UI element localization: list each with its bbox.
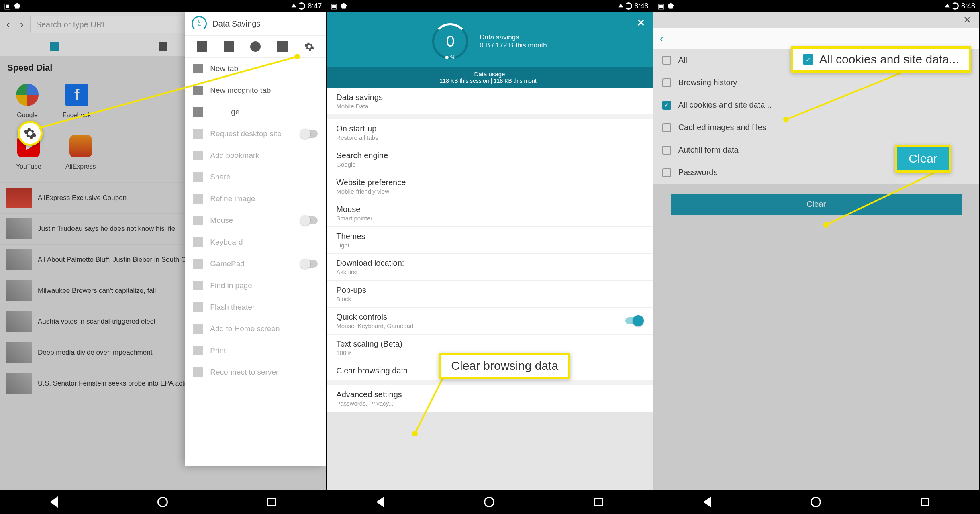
nav-home-button[interactable]	[811, 497, 821, 507]
theater-icon	[193, 302, 203, 312]
android-nav-bar	[0, 490, 326, 514]
wifi-icon	[619, 2, 623, 10]
menu-print: Print	[185, 340, 326, 361]
shield-icon: ⬟	[668, 2, 674, 10]
nav-recent-button[interactable]	[594, 498, 603, 506]
search-icon	[193, 281, 203, 290]
menu-drawer: Data Savings New tab New incognito tab g…	[185, 12, 326, 466]
shield-icon: ⬟	[14, 2, 20, 10]
mouse-icon	[193, 216, 203, 225]
dim-overlay	[653, 12, 979, 490]
close-button[interactable]: ✕	[637, 17, 645, 29]
gear-icon	[23, 126, 37, 140]
incognito-icon	[193, 86, 203, 95]
plus-icon	[193, 64, 203, 73]
loading-icon	[951, 2, 959, 10]
status-bar: ▣ ⬟ 8:47	[0, 0, 326, 12]
setting-website-pref[interactable]: Website preferenceMobile-friendly view	[327, 173, 652, 200]
wifi-icon	[945, 2, 949, 10]
setting-download[interactable]: Download location:Ask first	[327, 254, 652, 281]
shield-icon: ⬟	[341, 2, 347, 10]
menu-incognito[interactable]: New incognito tab	[185, 80, 326, 101]
nav-home-button[interactable]	[157, 497, 168, 507]
data-savings-header: ✕ 0 % Data savings 0 B / 172 B this mont…	[327, 12, 652, 88]
android-nav-bar	[653, 490, 979, 514]
toggle[interactable]	[300, 130, 318, 138]
menu-add-home: Add to Home screen	[185, 318, 326, 340]
print-icon	[193, 346, 203, 355]
nav-back-button[interactable]	[376, 496, 384, 508]
android-nav-bar	[327, 490, 652, 514]
download-icon[interactable]	[277, 41, 288, 52]
menu-refine-image: Refine image	[185, 188, 326, 210]
nav-home-button[interactable]	[484, 497, 494, 507]
menu-mouse: Mouse	[185, 210, 326, 231]
menu-find: Find in page	[185, 275, 326, 296]
menu-share: Share	[185, 166, 326, 188]
loading-icon	[625, 2, 632, 10]
data-savings-label: Data savings	[480, 33, 547, 41]
status-bar: ▣⬟ 8:48	[653, 0, 979, 12]
share-icon	[193, 172, 203, 182]
chevron-right-icon	[193, 107, 203, 117]
screenshot-panel-3: ▣⬟ 8:48 ✕ ‹ All Browsing history All coo…	[653, 0, 980, 514]
toggle-on[interactable]	[625, 317, 643, 324]
menu-flash: Flash theater	[185, 296, 326, 318]
gamepad-icon	[193, 259, 203, 269]
screenshot-panel-2: ▣⬟ 8:48 ✕ 0 % Data savings 0 B / 172 B t…	[327, 0, 653, 514]
setting-search-engine[interactable]: Search engineGoogle	[327, 146, 652, 173]
desktop-icon	[193, 129, 203, 139]
setting-advanced[interactable]: Advanced settingsPasswords, Privacy...	[327, 385, 652, 412]
star-icon	[193, 151, 203, 160]
data-savings-value: 0 B / 172 B this month	[480, 41, 547, 49]
add-home-icon	[193, 324, 203, 334]
svg-point-3	[412, 431, 418, 436]
loading-icon	[298, 2, 305, 10]
setting-startup[interactable]: On start-upRestore all tabs	[327, 119, 652, 146]
setting-quick-controls[interactable]: Quick controlsMouse, Keyboard, Gamepad	[327, 308, 652, 335]
wifi-icon	[292, 2, 296, 10]
nav-recent-button[interactable]	[921, 498, 929, 506]
data-usage-label: Data usage	[331, 71, 648, 78]
data-savings-gauge: 0 %	[432, 23, 468, 59]
menu-add-bookmark: Add bookmark	[185, 145, 326, 166]
callout-clear: Clear	[895, 145, 951, 173]
setting-popups[interactable]: Pop-upsBlock	[327, 281, 652, 308]
menu-desktop-site[interactable]: Request desktop site	[185, 123, 326, 145]
image-icon: ▣	[331, 2, 337, 10]
keyboard-icon	[193, 237, 203, 247]
settings-icon[interactable]	[304, 41, 314, 52]
nav-recent-button[interactable]	[267, 498, 276, 506]
menu-new-tab[interactable]: New tab	[185, 58, 326, 80]
status-time: 8:48	[635, 2, 649, 10]
menu-keyboard: Keyboard	[185, 231, 326, 253]
add-bookmark-icon[interactable]	[224, 41, 234, 52]
history-icon[interactable]	[250, 41, 261, 52]
setting-mouse[interactable]: MouseSmart pointer	[327, 200, 652, 227]
back-button[interactable]: ‹	[660, 32, 664, 45]
data-savings-gauge-icon	[192, 16, 207, 31]
image-icon: ▣	[657, 2, 664, 10]
gear-highlight-callout	[18, 121, 43, 146]
checkbox-checked-icon	[803, 54, 813, 65]
image-icon: ▣	[4, 2, 11, 10]
nav-back-button[interactable]	[50, 496, 58, 508]
status-time: 8:47	[308, 2, 322, 10]
data-usage-value: 118 KB this session | 118 KB this month	[331, 78, 648, 84]
menu-reconnect: Reconnect to server	[185, 361, 326, 383]
setting-themes[interactable]: ThemesLight	[327, 227, 652, 254]
menu-page[interactable]: ge	[185, 101, 326, 123]
status-time: 8:48	[961, 2, 975, 10]
callout-cookies: All cookies and site data...	[791, 46, 971, 73]
callout-clear-browsing: Clear browsing data	[439, 353, 570, 379]
menu-gamepad: GamePad	[185, 253, 326, 275]
setting-data-savings[interactable]: Data savingsMobile Data	[327, 88, 652, 114]
screenshot-panel-1: ▣ ⬟ 8:47 ‹ › Search or type URL Speed Di…	[0, 0, 327, 514]
menu-title: Data Savings	[212, 19, 260, 29]
nav-back-button[interactable]	[703, 496, 711, 508]
tabs-icon[interactable]	[197, 41, 207, 52]
toggle	[300, 260, 318, 268]
reconnect-icon	[193, 367, 203, 377]
image-icon	[193, 194, 203, 204]
status-bar: ▣⬟ 8:48	[327, 0, 652, 12]
